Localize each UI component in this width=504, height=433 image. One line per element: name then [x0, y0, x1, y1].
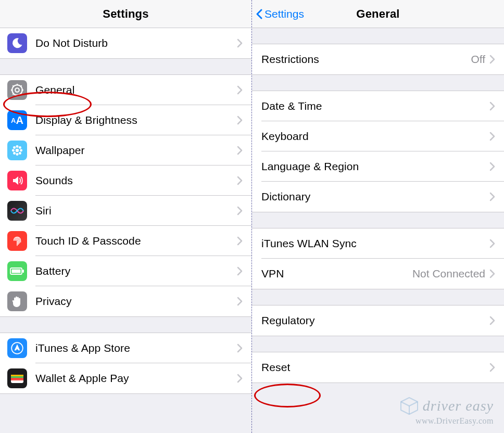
row-label: Dictionary — [252, 190, 489, 203]
row-battery[interactable]: Battery — [0, 256, 251, 286]
row-display-brightness[interactable]: AA Display & Brightness — [0, 105, 251, 135]
row-label: Do Not Disturb — [35, 37, 237, 49]
chevron-right-icon — [489, 316, 496, 325]
chevron-right-icon — [489, 192, 496, 201]
chevron-right-icon — [489, 162, 496, 171]
chevron-right-icon — [237, 85, 243, 95]
row-label: Touch ID & Passcode — [35, 235, 237, 247]
chevron-left-icon — [255, 8, 263, 20]
chevron-right-icon — [237, 297, 243, 306]
svg-point-18 — [19, 152, 21, 155]
row-value: Off — [471, 53, 485, 66]
chevron-right-icon — [489, 363, 496, 372]
row-label: Privacy — [35, 295, 237, 308]
row-reset[interactable]: Reset — [252, 352, 504, 383]
svg-point-15 — [13, 146, 16, 149]
svg-line-9 — [21, 85, 22, 86]
chevron-right-icon — [237, 374, 243, 383]
row-restrictions[interactable]: Restrictions Off — [252, 44, 504, 74]
chevron-right-icon — [237, 343, 243, 353]
navbar-general: Settings General — [252, 0, 504, 28]
row-label: General — [35, 84, 237, 96]
wallet-icon — [7, 368, 27, 388]
svg-rect-21 — [22, 270, 24, 273]
hand-icon — [7, 291, 27, 311]
svg-rect-26 — [11, 378, 23, 380]
chevron-right-icon — [237, 146, 243, 155]
appstore-icon — [7, 338, 27, 358]
row-label: Date & Time — [252, 100, 489, 112]
chevron-right-icon — [237, 39, 243, 48]
row-label: Keyboard — [252, 130, 489, 143]
row-touch-id[interactable]: Touch ID & Passcode — [0, 226, 251, 256]
svg-point-16 — [19, 146, 21, 149]
row-date-time[interactable]: Date & Time — [252, 91, 504, 121]
row-label: iTunes WLAN Sync — [252, 237, 489, 250]
svg-line-8 — [12, 94, 14, 95]
settings-scroll[interactable]: Do Not Disturb General AA — [0, 28, 251, 433]
row-label: Wallet & Apple Pay — [35, 372, 237, 385]
row-siri[interactable]: Siri — [0, 196, 251, 226]
svg-point-13 — [12, 149, 15, 152]
back-label: Settings — [264, 8, 304, 20]
chevron-right-icon — [489, 55, 496, 64]
chevron-right-icon — [489, 132, 496, 141]
row-label: Display & Brightness — [35, 114, 237, 126]
row-itunes-wlan-sync[interactable]: iTunes WLAN Sync — [252, 228, 504, 259]
moon-icon — [7, 33, 27, 53]
row-sounds[interactable]: Sounds — [0, 165, 251, 196]
row-itunes-app-store[interactable]: iTunes & App Store — [0, 333, 251, 363]
svg-point-10 — [16, 149, 19, 152]
fingerprint-icon — [7, 231, 27, 251]
chevron-right-icon — [489, 101, 496, 111]
row-keyboard[interactable]: Keyboard — [252, 121, 504, 151]
text-size-icon: AA — [7, 110, 27, 130]
flower-icon — [7, 141, 27, 160]
row-wallpaper[interactable]: Wallpaper — [0, 135, 251, 165]
page-title: General — [356, 7, 399, 21]
row-label: Regulatory — [252, 314, 489, 327]
row-label: Siri — [35, 205, 237, 217]
chevron-right-icon — [489, 239, 496, 248]
settings-pane: Settings Do Not Disturb General — [0, 0, 252, 433]
chevron-right-icon — [489, 269, 496, 278]
battery-icon — [7, 261, 27, 281]
svg-point-12 — [16, 153, 19, 156]
row-label: Reset — [252, 361, 489, 374]
chevron-right-icon — [237, 236, 243, 246]
navbar-settings: Settings — [0, 0, 251, 28]
gear-icon — [7, 80, 27, 100]
row-label: Sounds — [35, 174, 237, 187]
row-label: Battery — [35, 265, 237, 277]
row-label: Language & Region — [252, 160, 489, 173]
chevron-right-icon — [237, 116, 243, 125]
svg-point-1 — [15, 88, 19, 92]
svg-point-11 — [16, 145, 19, 148]
row-label: Wallpaper — [35, 144, 237, 157]
row-label: iTunes & App Store — [35, 342, 237, 354]
svg-rect-20 — [12, 270, 21, 273]
row-regulatory[interactable]: Regulatory — [252, 305, 504, 336]
general-scroll[interactable]: Restrictions Off Date & Time Keyboard — [252, 28, 504, 433]
chevron-right-icon — [237, 206, 243, 215]
back-button[interactable]: Settings — [255, 0, 304, 28]
row-language-region[interactable]: Language & Region — [252, 151, 504, 182]
page-title: Settings — [103, 7, 148, 21]
svg-point-17 — [13, 152, 16, 155]
row-value: Not Connected — [412, 268, 485, 280]
row-general[interactable]: General — [0, 75, 251, 105]
row-label: Restrictions — [252, 53, 471, 66]
general-pane: Settings General Restrictions Off Date &… — [252, 0, 504, 433]
chevron-right-icon — [237, 266, 243, 276]
row-do-not-disturb[interactable]: Do Not Disturb — [0, 28, 251, 58]
svg-line-6 — [12, 85, 14, 86]
siri-icon — [7, 201, 27, 221]
speaker-icon — [7, 171, 27, 190]
svg-line-7 — [21, 94, 22, 95]
chevron-right-icon — [237, 176, 243, 185]
row-label: VPN — [252, 268, 412, 280]
row-vpn[interactable]: VPN Not Connected — [252, 259, 504, 289]
row-dictionary[interactable]: Dictionary — [252, 182, 504, 212]
row-privacy[interactable]: Privacy — [0, 286, 251, 316]
row-wallet-apple-pay[interactable]: Wallet & Apple Pay — [0, 363, 251, 393]
